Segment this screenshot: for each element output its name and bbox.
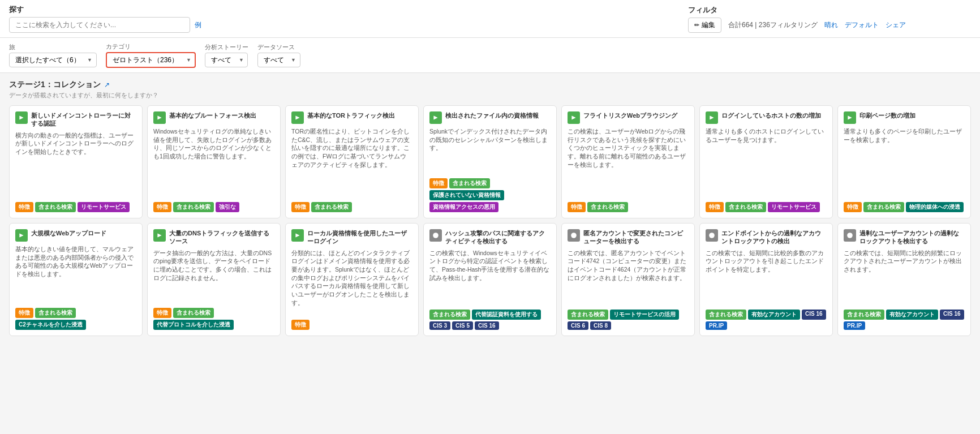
journey-select[interactable]: 選択したすべて（6） <box>9 53 97 67</box>
card-icon <box>568 111 580 124</box>
card-tag[interactable]: CIS 16 <box>940 310 964 320</box>
stage-link-icon[interactable]: ↗ <box>104 81 110 89</box>
card-icon <box>706 111 718 124</box>
card-tags: 特徴含まれる検索代替プロトコルを介した浸透 <box>153 308 274 330</box>
card-card12[interactable]: 匿名アカウントで変更されたコンピューターを検出するこの検索では、匿名アカウントで… <box>561 223 695 336</box>
svg-point-12 <box>709 233 715 238</box>
card-tags: 含まれる検索有効なアカウントCIS 16PR.IP <box>706 310 827 330</box>
card-tag[interactable]: 含まれる検索 <box>587 202 628 212</box>
card-tag[interactable]: 特徴 <box>153 308 171 318</box>
card-tags: 特徴含まれる検索C2チャネルを介した浸透 <box>15 308 136 330</box>
card-card13[interactable]: エンドポイントからの過剰なアカウントロックアウトの検出この検索では、短期間に比較… <box>699 223 833 336</box>
card-tag[interactable]: 特徴 <box>15 202 33 212</box>
card-tag[interactable]: 含まれる検索 <box>568 310 608 320</box>
story-select[interactable]: すべて <box>205 53 248 67</box>
card-card14[interactable]: 過剰なユーザーアカウントの過剰なロックアウトを検出するこの検索では、短期間に比較… <box>837 223 971 336</box>
card-card5[interactable]: フライトリスクWebブラウジングこの検索は、ユーザーがWebログからの飛行リスク… <box>561 105 695 218</box>
card-tag[interactable]: 特徴 <box>291 202 310 212</box>
filter-share-link[interactable]: シェア <box>886 20 906 30</box>
datasource-filter-group: データソース すべて <box>257 43 300 67</box>
svg-marker-5 <box>710 115 713 119</box>
category-select[interactable]: ゼロトラスト（236） <box>106 52 196 68</box>
card-tag[interactable]: 特徴 <box>153 202 171 212</box>
card-tag[interactable]: 含まれる検索 <box>844 310 884 320</box>
search-input[interactable] <box>9 17 190 33</box>
card-tag[interactable]: CIS 16 <box>802 310 826 320</box>
card-tag[interactable]: リモートサービス <box>768 202 820 212</box>
category-select-wrapper[interactable]: ゼロトラスト（236） <box>106 52 196 68</box>
svg-point-13 <box>847 233 853 238</box>
card-card6[interactable]: ログインしているホストの数の増加通常よりも多くのホストにログインしているユーザー… <box>699 105 833 218</box>
stage-title: ステージ1：コレクション <box>9 80 101 90</box>
card-tag[interactable]: 含まれる検索 <box>35 202 76 212</box>
card-tag[interactable]: CIS 6 <box>568 321 588 330</box>
card-tag[interactable]: PR.IP <box>706 321 727 330</box>
card-tag[interactable]: 有効なアカウント <box>886 310 938 320</box>
card-card9[interactable]: 大量のDNSトラフィックを送信するソースデータ抽出の一般的な方法は、大量のDNS… <box>147 223 281 336</box>
card-tag[interactable]: リモートサービスの活用 <box>610 310 679 320</box>
card-tag[interactable]: CIS 5 <box>452 321 473 330</box>
card-icon <box>15 229 28 242</box>
card-tag[interactable]: 含まれる検索 <box>35 308 76 318</box>
card-tag[interactable]: 特徴 <box>844 202 862 212</box>
card-tag[interactable]: 含まれる検索 <box>706 310 746 320</box>
card-tag[interactable]: 含まれる検索 <box>449 178 490 188</box>
card-tag[interactable]: 含まれる検索 <box>311 202 352 212</box>
card-card3[interactable]: 基本的なTORトラフィック検出TORの匿名性により、ビットコインを介したC&C、… <box>285 105 419 218</box>
datasource-select[interactable]: すべて <box>257 53 300 67</box>
svg-marker-3 <box>433 115 437 119</box>
card-card1[interactable]: 新しいドメインコントローラーに対する認証横方向の動きの一般的な指標は、ユーザーが… <box>9 105 143 218</box>
card-tag[interactable]: 代替認証資料を使用する <box>472 310 541 320</box>
svg-marker-1 <box>157 115 161 119</box>
card-tag[interactable]: 代替プロトコルを介した浸透 <box>153 320 234 330</box>
card-tag[interactable]: 含まれる検索 <box>173 202 214 212</box>
card-tag[interactable]: 有効なアカウント <box>748 310 800 320</box>
card-tag[interactable]: 特徴 <box>429 178 448 188</box>
card-card7[interactable]: 印刷ページ数の増加通常よりも多くのページを印刷したユーザーを検索します。特徴含ま… <box>837 105 971 218</box>
card-card4[interactable]: 検出されたファイル内の資格情報Splunkでインデックス付けされたデータ内の既知… <box>423 105 557 218</box>
card-title: 基本的なブルートフォース検出 <box>169 111 274 119</box>
card-title: ローカル資格情報を使用したユーザーログイン <box>307 229 412 246</box>
card-title: 印刷ページ数の増加 <box>859 111 965 119</box>
card-title: フライトリスクWebブラウジング <box>583 111 689 119</box>
card-tag[interactable]: 含まれる検索 <box>725 202 766 212</box>
card-header: 新しいドメインコントローラーに対する認証 <box>15 111 136 128</box>
card-tag[interactable]: CIS 16 <box>475 321 499 330</box>
card-tag[interactable]: 強引な <box>216 202 239 212</box>
card-icon <box>153 111 166 124</box>
card-tag[interactable]: 特徴 <box>15 308 33 318</box>
story-filter-label: 分析ストーリー <box>205 43 248 51</box>
filter-default-link[interactable]: デフォルト <box>845 20 879 30</box>
card-tag[interactable]: 含まれる検索 <box>173 308 214 318</box>
card-card10[interactable]: ローカル資格情報を使用したユーザーログイン分類的には、ほとんどのインタラクティブ… <box>285 223 419 336</box>
card-tag[interactable]: 特徴 <box>568 202 586 212</box>
card-tag[interactable]: 特徴 <box>706 202 724 212</box>
card-tag[interactable]: 保護されていない資格情報 <box>429 190 504 200</box>
card-header: ログインしているホストの数の増加 <box>706 111 827 124</box>
card-tag[interactable]: C2チャネルを介した浸透 <box>15 320 86 330</box>
card-body: 横方向の動きの一般的な指標は、ユーザーが新しいドメインコントローラーへのログイン… <box>15 131 136 199</box>
example-link[interactable]: 例 <box>195 20 201 30</box>
svg-marker-0 <box>19 115 23 119</box>
card-card11[interactable]: ハッシュ攻撃のパスに関連するアクティビティを検出するこの検索では、Windows… <box>423 223 557 336</box>
card-tag[interactable]: 含まれる検索 <box>863 202 904 212</box>
filter-hare-link[interactable]: 晴れ <box>824 20 838 30</box>
card-tag[interactable]: CIS 3 <box>429 321 450 330</box>
card-header: 基本的なTORトラフィック検出 <box>291 111 412 124</box>
card-card2[interactable]: 基本的なブルートフォース検出Windowsセキュリティログの単純なしきい値を使用… <box>147 105 281 218</box>
card-tag[interactable]: 特徴 <box>291 320 310 330</box>
card-tag[interactable]: 物理的媒体への浸透 <box>906 202 964 212</box>
journey-select-wrapper[interactable]: 選択したすべて（6） <box>9 53 97 67</box>
story-select-wrapper[interactable]: すべて <box>205 53 248 67</box>
datasource-select-wrapper[interactable]: すべて <box>257 53 300 67</box>
main-content: ステージ1：コレクション ↗ データが搭載されていますが、最初に何をしますか？ … <box>0 73 980 347</box>
card-tag[interactable]: PR.IP <box>844 321 865 330</box>
card-tag[interactable]: 資格情報アクセスの悪用 <box>429 202 498 212</box>
stage-subtitle: データが搭載されていますが、最初に何をしますか？ <box>9 91 971 100</box>
card-icon <box>429 229 442 242</box>
card-card8[interactable]: 大規模なWebアップロード基本的なしきい値を使用して、マルウェアまたは悪意のある… <box>9 223 143 336</box>
card-tag[interactable]: 含まれる検索 <box>429 310 470 320</box>
filter-edit-button[interactable]: 編集 <box>688 18 721 33</box>
card-tag[interactable]: CIS 8 <box>590 321 611 330</box>
card-tag[interactable]: リモートサービス <box>78 202 130 212</box>
